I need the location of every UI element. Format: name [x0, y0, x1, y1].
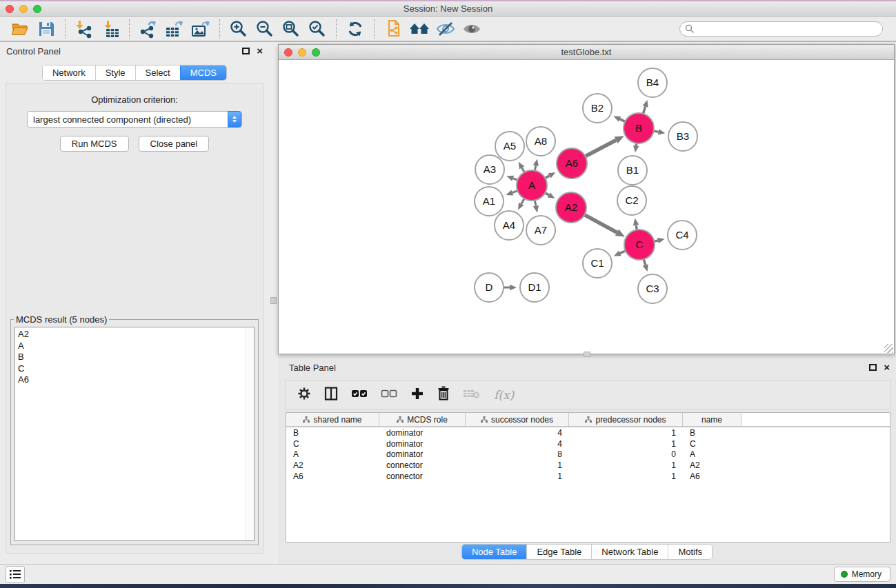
zoom-selected-icon[interactable]	[304, 18, 330, 40]
graph-edge-A6-B[interactable]	[585, 140, 617, 156]
table-cell[interactable]: dominator	[379, 439, 466, 449]
table-cell[interactable]: 1	[569, 428, 683, 438]
graph-node-B1[interactable]: B1	[618, 156, 647, 185]
table-cell[interactable]: connector	[379, 472, 466, 481]
delete-icon[interactable]	[437, 386, 450, 403]
tab-select[interactable]: Select	[135, 65, 180, 80]
show-columns-icon[interactable]	[324, 387, 338, 403]
run-mcds-button[interactable]: Run MCDS	[60, 136, 129, 152]
mcds-result-item[interactable]: A2	[18, 329, 254, 341]
save-session-icon[interactable]	[33, 18, 59, 40]
panel-divider[interactable]	[269, 42, 278, 564]
graph-node-A7[interactable]: A7	[526, 216, 555, 245]
table-cell[interactable]: C	[683, 439, 741, 449]
column-header[interactable]: shared name	[286, 413, 379, 426]
close-panel-button[interactable]: Close panel	[139, 136, 210, 152]
table-cell[interactable]: C	[286, 439, 379, 449]
refresh-icon[interactable]	[342, 18, 368, 40]
mcds-result-list[interactable]: A2ABCA6	[14, 327, 255, 541]
tab-edge-table[interactable]: Edge Table	[526, 545, 591, 559]
search-input[interactable]	[695, 23, 882, 35]
graph-node-C2[interactable]: C2	[617, 186, 646, 215]
criterion-dropdown[interactable]: largest connected component (directed)	[27, 111, 242, 128]
graph-node-A4[interactable]: A4	[495, 211, 524, 240]
graph-node-B2[interactable]: B2	[583, 94, 612, 123]
open-session-icon[interactable]	[7, 18, 33, 40]
graph-node-C4[interactable]: C4	[668, 221, 697, 250]
export-image-icon[interactable]	[188, 18, 214, 40]
graph-node-A8[interactable]: A8	[526, 127, 555, 156]
toolbar-search[interactable]	[679, 21, 883, 37]
graph-edge-A2-C[interactable]	[584, 214, 617, 232]
table-cell[interactable]: 1	[569, 460, 683, 470]
table-cell[interactable]: A2	[286, 460, 379, 470]
table-cell[interactable]: dominator	[379, 449, 466, 459]
window-bottom-grip[interactable]	[584, 352, 590, 357]
table-cell[interactable]: B	[683, 428, 741, 438]
tab-mcds[interactable]: MCDS	[180, 65, 226, 80]
graph-node-B[interactable]: B	[624, 113, 654, 143]
result-scrollbar[interactable]	[245, 327, 254, 540]
hide-panels-icon[interactable]	[432, 18, 459, 40]
memory-button[interactable]: Memory	[834, 567, 890, 582]
table-cell[interactable]: B	[286, 428, 379, 438]
column-header[interactable]: MCDS role	[379, 413, 466, 426]
mcds-result-item[interactable]: B	[18, 352, 254, 363]
network-window-titlebar[interactable]: testGlobe.txt	[279, 45, 894, 60]
table-cell[interactable]: 4	[466, 428, 569, 438]
graph-node-B4[interactable]: B4	[638, 68, 667, 97]
table-cell[interactable]: A2	[683, 460, 741, 470]
table-cell[interactable]: A	[286, 449, 379, 459]
tab-network-table[interactable]: Network Table	[591, 545, 668, 559]
task-history-button[interactable]	[6, 566, 25, 583]
close-panel-icon[interactable]: ×	[257, 48, 263, 54]
column-header[interactable]: predecessor nodes	[569, 413, 683, 426]
graph-node-A[interactable]: A	[517, 170, 547, 201]
graph-node-C[interactable]: C	[624, 230, 655, 260]
table-cell[interactable]: 1	[466, 460, 569, 470]
graph-node-A2[interactable]: A2	[556, 192, 586, 223]
zoom-fit-icon[interactable]	[278, 18, 304, 40]
graph-node-D[interactable]: D	[475, 273, 504, 302]
mcds-result-item[interactable]: A6	[18, 374, 254, 386]
float-panel-icon[interactable]	[242, 48, 250, 54]
table-cell[interactable]: A	[683, 449, 741, 459]
table-row[interactable]: Cdominator41C	[286, 438, 890, 449]
table-row[interactable]: Bdominator41B	[286, 427, 890, 438]
mcds-result-item[interactable]: C	[18, 363, 254, 375]
table-cell[interactable]: connector	[379, 460, 466, 470]
zoom-in-icon[interactable]	[226, 18, 252, 40]
tab-network[interactable]: Network	[43, 65, 95, 80]
table-row[interactable]: Adominator80A	[286, 449, 890, 460]
graph-node-C3[interactable]: C3	[638, 274, 667, 303]
graph-node-C1[interactable]: C1	[583, 249, 612, 278]
tab-node-table[interactable]: Node Table	[462, 545, 527, 559]
tab-style[interactable]: Style	[95, 65, 135, 80]
select-all-icon[interactable]	[351, 388, 368, 402]
import-table-icon[interactable]	[97, 18, 123, 40]
zoom-out-icon[interactable]	[252, 18, 278, 40]
table-row[interactable]: A6connector11A6	[286, 471, 890, 482]
mcds-result-item[interactable]: A	[18, 341, 254, 352]
table-cell[interactable]: 8	[466, 449, 569, 459]
table-settings-icon[interactable]	[297, 387, 311, 403]
graph-node-D1[interactable]: D1	[520, 273, 549, 302]
graph-node-A1[interactable]: A1	[475, 187, 504, 216]
table-cell[interactable]: A6	[683, 472, 741, 481]
table-cell[interactable]: 1	[569, 472, 683, 481]
divider-grip[interactable]	[270, 297, 277, 304]
import-network-icon[interactable]	[71, 18, 97, 40]
graph-node-A6[interactable]: A6	[557, 148, 587, 179]
float-table-panel-icon[interactable]	[869, 364, 877, 371]
graph-node-A5[interactable]: A5	[495, 132, 524, 161]
home-layout-icon[interactable]	[406, 18, 432, 40]
close-table-panel-icon[interactable]: ×	[884, 364, 890, 371]
table-cell[interactable]: 1	[466, 472, 569, 481]
column-header[interactable]: name	[683, 413, 741, 426]
tab-motifs[interactable]: Motifs	[668, 545, 712, 559]
table-cell[interactable]: dominator	[379, 428, 466, 438]
show-graphics-details-icon[interactable]	[459, 18, 485, 40]
network-canvas[interactable]: B4B2BB3A8A5A6A3B1AA1C2A2A4A7C4CC1C3DD1	[279, 60, 894, 354]
graph-node-A3[interactable]: A3	[475, 155, 504, 184]
column-header[interactable]: successor nodes	[466, 413, 569, 426]
